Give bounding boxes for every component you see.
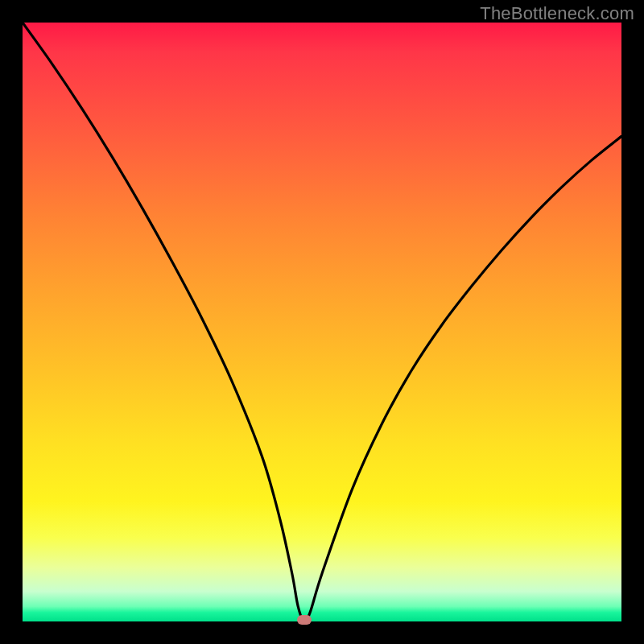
chart-frame: TheBottleneck.com (0, 0, 644, 644)
bottleneck-curve (23, 23, 621, 621)
curve-path (23, 23, 621, 621)
watermark-text: TheBottleneck.com (480, 3, 634, 24)
minimum-dot (297, 615, 312, 625)
plot-area (23, 23, 621, 621)
